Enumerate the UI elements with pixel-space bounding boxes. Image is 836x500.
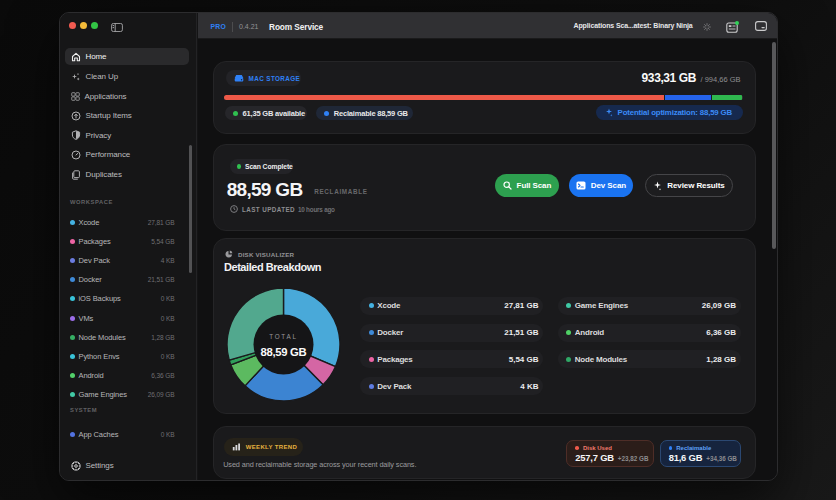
svg-text:88,59 GB: 88,59 GB [261,345,307,357]
svg-text:TOTAL: TOTAL [269,333,298,340]
